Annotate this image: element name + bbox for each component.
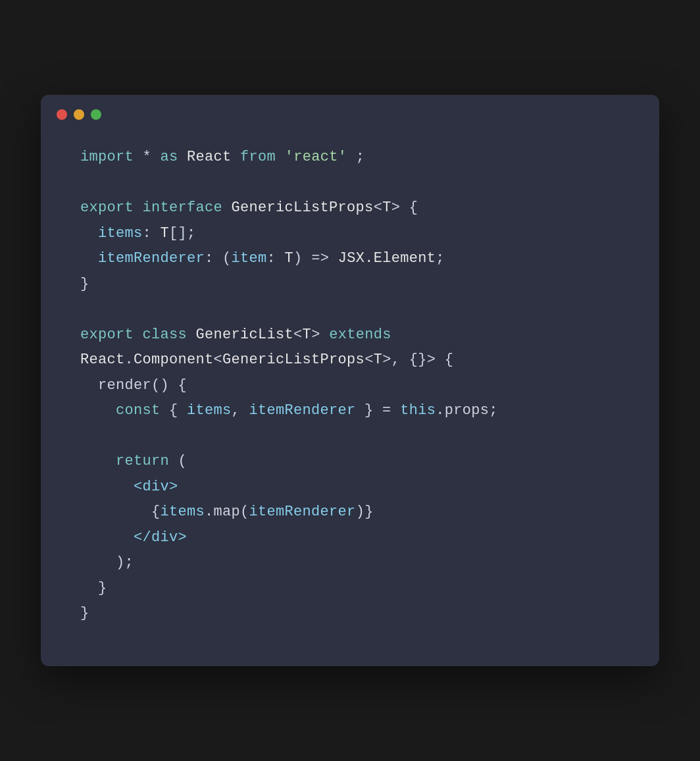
line-items-prop: items: T[];: [80, 221, 620, 247]
line-close-interface: }: [80, 272, 620, 298]
line-import: import * as React from 'react' ;: [80, 145, 620, 171]
line-div-close: </div>: [80, 525, 620, 551]
code-window: import * as React from 'react' ; export …: [41, 95, 659, 666]
line-interface: export interface GenericListProps<T> {: [80, 196, 620, 221]
line-class-close: }: [80, 601, 620, 627]
line-const: const { items, itemRenderer } = this.pro…: [80, 398, 620, 424]
line-return: return (: [80, 449, 620, 475]
line-div-open: <div>: [80, 475, 620, 500]
code-editor: import * as React from 'react' ; export …: [41, 132, 659, 666]
minimize-button[interactable]: [74, 109, 84, 120]
line-class2: React.Component<GenericListProps<T>, {}>…: [80, 348, 620, 373]
blank-line-2: [80, 297, 620, 323]
blank-line-3: [80, 424, 620, 450]
line-map: {items.map(itemRenderer)}: [80, 500, 620, 525]
line-render: render() {: [80, 373, 620, 399]
close-button[interactable]: [57, 109, 67, 120]
line-render-close: }: [80, 576, 620, 602]
maximize-button[interactable]: [91, 109, 101, 120]
line-paren-close: );: [80, 550, 620, 576]
line-class1: export class GenericList<T> extends: [80, 323, 620, 348]
titlebar: [41, 95, 659, 132]
line-itemrenderer-prop: itemRenderer: (item: T) => JSX.Element;: [80, 246, 620, 272]
blank-line: [80, 171, 620, 196]
